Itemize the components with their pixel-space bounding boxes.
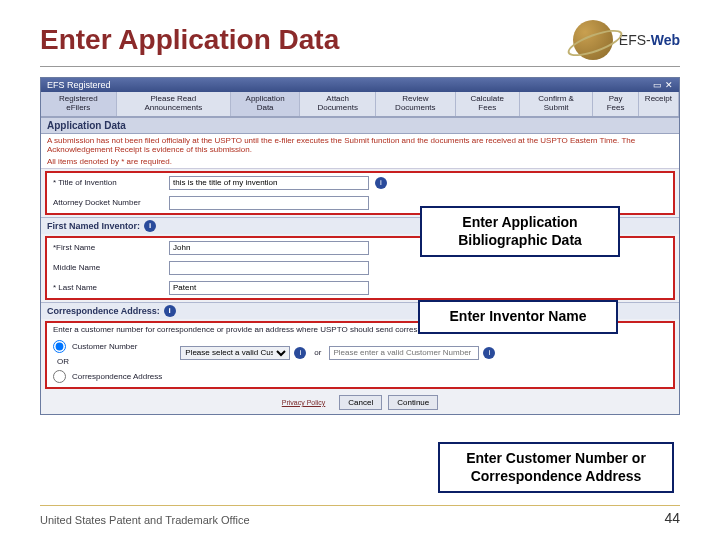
customer-number-select[interactable]: Please select a valid Customer Number (180, 346, 290, 360)
efs-web-logo: EFS-Web (573, 20, 680, 60)
info-icon[interactable]: i (483, 347, 495, 359)
privacy-policy-link[interactable]: Privacy Policy (282, 399, 326, 406)
middle-name-input[interactable] (169, 261, 369, 275)
or-small: or (310, 348, 325, 357)
callout-correspondence: Enter Customer Number or Correspondence … (438, 442, 674, 493)
first-name-label: *First Name (53, 243, 163, 252)
window-title: EFS Registered (47, 80, 111, 90)
globe-icon (573, 20, 613, 60)
callout-bibliographic: Enter Application Bibliographic Data (420, 206, 620, 257)
info-icon[interactable]: i (144, 220, 156, 232)
tab-pay-fees[interactable]: Pay Fees (593, 92, 639, 116)
callout-inventor: Enter Inventor Name (418, 300, 618, 334)
required-note: All items denoted by * are required. (41, 157, 679, 169)
middle-name-label: Middle Name (53, 263, 163, 272)
submission-notice: A submission has not been filed official… (41, 134, 679, 157)
customer-number-radio[interactable]: Customer Number (53, 340, 162, 353)
tab-review-documents[interactable]: Review Documents (376, 92, 455, 116)
slide-title: Enter Application Data (40, 24, 339, 56)
slide-footer: United States Patent and Trademark Offic… (40, 505, 680, 526)
correspondence-address-radio[interactable]: Correspondence Address (53, 370, 162, 383)
title-of-invention-label: * Title of Invention (53, 178, 163, 187)
info-icon[interactable]: i (294, 347, 306, 359)
tab-announcements[interactable]: Please Read Announcements (117, 92, 232, 116)
tab-application-data[interactable]: Application Data (231, 92, 300, 116)
tab-receipt[interactable]: Receipt (639, 92, 679, 116)
footer-org: United States Patent and Trademark Offic… (40, 514, 250, 526)
title-of-invention-input[interactable] (169, 176, 369, 190)
continue-button[interactable]: Continue (388, 395, 438, 410)
docket-number-input[interactable] (169, 196, 369, 210)
window-controls[interactable]: ▭ ✕ (653, 80, 673, 90)
last-name-input[interactable] (169, 281, 369, 295)
tab-bar: Registered eFilers Please Read Announcem… (41, 92, 679, 117)
logo-text: EFS-Web (619, 32, 680, 48)
info-icon[interactable]: i (375, 177, 387, 189)
info-icon[interactable]: i (164, 305, 176, 317)
or-divider: OR (53, 357, 162, 366)
page-number: 44 (664, 510, 680, 526)
customer-number-input[interactable] (329, 346, 479, 360)
window-titlebar: EFS Registered ▭ ✕ (41, 78, 679, 92)
cancel-button[interactable]: Cancel (339, 395, 382, 410)
docket-number-label: Attorney Docket Number (53, 198, 163, 207)
tab-calculate-fees[interactable]: Calculate Fees (456, 92, 520, 116)
button-row: Privacy Policy Cancel Continue (41, 391, 679, 414)
section-application-data: Application Data (41, 117, 679, 134)
slide-header: Enter Application Data EFS-Web (40, 20, 680, 67)
last-name-label: * Last Name (53, 283, 163, 292)
tab-attach-documents[interactable]: Attach Documents (300, 92, 376, 116)
tab-confirm-submit[interactable]: Confirm & Submit (520, 92, 593, 116)
first-name-input[interactable] (169, 241, 369, 255)
menubar-left[interactable]: Registered eFilers (41, 92, 117, 116)
